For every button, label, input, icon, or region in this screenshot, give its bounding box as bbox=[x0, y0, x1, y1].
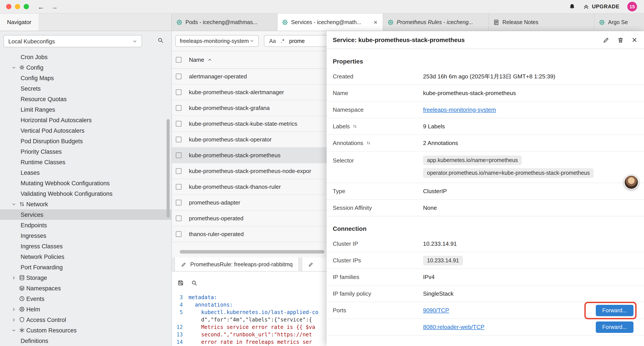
delete-icon[interactable] bbox=[618, 36, 624, 43]
drawer-title: Service: kube-prometheus-stack-prometheu… bbox=[333, 36, 465, 43]
detail-label: IP families bbox=[333, 274, 423, 280]
history-nav: ← → bbox=[38, 3, 58, 10]
sidebar-item-endpoints[interactable]: Endpoints bbox=[0, 220, 172, 230]
asterisk-icon bbox=[18, 327, 26, 333]
save-icon[interactable] bbox=[178, 280, 184, 286]
sidebar-item-cron-jobs[interactable]: Cron Jobs bbox=[0, 52, 172, 62]
sidebar-item-namespaces[interactable]: Namespaces bbox=[0, 283, 172, 294]
row-checkbox[interactable] bbox=[176, 184, 182, 190]
search-icon[interactable] bbox=[158, 37, 164, 43]
sidebar-item-definitions[interactable]: Definitions bbox=[0, 336, 172, 346]
sidebar-item-label: Runtime Classes bbox=[20, 159, 65, 165]
forward-button[interactable]: Forward... bbox=[596, 305, 634, 316]
name-column-header[interactable]: Name bbox=[189, 56, 212, 63]
sidebar-item-label: Helm bbox=[26, 306, 40, 313]
user-avatar[interactable] bbox=[624, 175, 639, 190]
sidebar-item-access-control[interactable]: Access Control bbox=[0, 315, 172, 325]
maximize-window-button[interactable] bbox=[24, 4, 29, 9]
namespace-link[interactable]: freeleaps-monitoring-system bbox=[423, 106, 496, 113]
sidebar-item-config[interactable]: Config bbox=[0, 62, 172, 73]
detail-value: None bbox=[423, 205, 634, 211]
sidebar-item-priority-classes[interactable]: Priority Classes bbox=[0, 146, 172, 157]
editor-tab-prometheusrule[interactable]: PrometheusRule: freeleaps-prod-rabbitmq bbox=[174, 258, 299, 271]
port-link[interactable]: 9090/TCP bbox=[423, 307, 449, 314]
tab-argo-se[interactable]: Argo Se bbox=[594, 13, 644, 31]
namespace-filter-select[interactable]: freeleaps-monitoring-system bbox=[175, 35, 259, 47]
forward-button[interactable]: Forward... bbox=[596, 321, 634, 333]
sidebar-item-ingresses[interactable]: Ingresses bbox=[0, 230, 172, 241]
sort-icon bbox=[366, 141, 371, 145]
forward-button-wrap: Forward... bbox=[596, 305, 634, 316]
close-tab-icon[interactable]: × bbox=[373, 18, 378, 26]
sidebar-item-port-forwarding[interactable]: Port Forwarding bbox=[0, 262, 172, 272]
close-window-button[interactable] bbox=[6, 4, 12, 9]
sidebar-item-label: Cron Jobs bbox=[20, 54, 48, 60]
sidebar-item-label: Resource Quotas bbox=[20, 96, 67, 102]
sidebar-item-horizontal-pod-autoscalers[interactable]: Horizontal Pod Autoscalers bbox=[0, 115, 172, 125]
sidebar-item-storage[interactable]: Storage bbox=[0, 272, 172, 283]
row-checkbox[interactable] bbox=[176, 105, 182, 111]
row-checkbox[interactable] bbox=[176, 216, 182, 221]
sidebar-item-pod-disruption-budgets[interactable]: Pod Disruption Budgets bbox=[0, 136, 172, 146]
sidebar-scrollbar-thumb[interactable] bbox=[166, 119, 170, 218]
match-case-toggle[interactable]: Aa bbox=[269, 38, 276, 44]
detail-value: 10.233.14.91 bbox=[423, 240, 634, 247]
line-number: 14 bbox=[172, 339, 188, 346]
tab-label: Pods - icecheng@mathmas... bbox=[186, 19, 257, 25]
badge-line: app.kubernetes.io/name=prometheus bbox=[423, 155, 634, 165]
sidebar-filter-row: Local Kubeconfigs bbox=[0, 31, 172, 52]
select-all-checkbox[interactable] bbox=[176, 57, 182, 63]
notifications-bell-icon[interactable] bbox=[569, 3, 575, 10]
sidebar-item-helm[interactable]: Helm bbox=[0, 304, 172, 315]
sidebar-item-label: Access Control bbox=[26, 317, 66, 323]
regex-toggle[interactable]: .* bbox=[281, 38, 284, 44]
detail-value: kube-prometheus-stack-prometheus bbox=[423, 90, 634, 96]
detail-row-ip-family-policy: IP family policySingleStack bbox=[326, 286, 644, 302]
navigator-tab[interactable]: Navigator bbox=[0, 13, 38, 31]
tab-pods-icecheng-mathmas[interactable]: Pods - icecheng@mathmas... bbox=[172, 13, 278, 31]
detail-value: 253d 16h 6m ago (2025年1月13日 GMT+8 1:25:3… bbox=[423, 72, 634, 80]
sidebar-item-network-policies[interactable]: Network Policies bbox=[0, 251, 172, 262]
sidebar-item-custom-resources[interactable]: Custom Resources bbox=[0, 325, 172, 336]
tab-services-icecheng-math[interactable]: Services - icecheng@math...× bbox=[278, 13, 383, 31]
row-checkbox[interactable] bbox=[176, 89, 182, 95]
sidebar-item-config-maps[interactable]: Config Maps bbox=[0, 73, 172, 83]
row-checkbox[interactable] bbox=[176, 200, 182, 205]
sidebar-item-secrets[interactable]: Secrets bbox=[0, 83, 172, 94]
code-text: annotations: bbox=[188, 301, 233, 309]
sidebar-item-services[interactable]: Services bbox=[0, 209, 172, 220]
sidebar-item-network[interactable]: Network bbox=[0, 199, 172, 209]
back-button[interactable]: ← bbox=[38, 3, 44, 10]
search-icon[interactable] bbox=[191, 280, 197, 286]
sidebar-item-events[interactable]: Events bbox=[0, 294, 172, 304]
tab-prometheus-rules-icecheng[interactable]: Prometheus Rules - icecheng... bbox=[383, 13, 489, 31]
detail-row-labels: Labels9 Labels bbox=[326, 118, 644, 135]
sidebar-item-ingress-classes[interactable]: Ingress Classes bbox=[0, 241, 172, 251]
section-heading-properties: Properties bbox=[326, 58, 644, 65]
sidebar-item-limit-ranges[interactable]: Limit Ranges bbox=[0, 104, 172, 115]
service-name: alertmanager-operated bbox=[189, 73, 247, 80]
close-icon[interactable]: × bbox=[632, 35, 637, 44]
kubeconfig-selector[interactable]: Local Kubeconfigs bbox=[4, 35, 142, 47]
sidebar-item-validating-webhook-configurations[interactable]: Validating Webhook Configurations bbox=[0, 188, 172, 199]
edit-icon[interactable] bbox=[603, 36, 610, 43]
notification-count-badge[interactable]: 15 bbox=[627, 2, 637, 11]
sidebar-item-resource-quotas[interactable]: Resource Quotas bbox=[0, 94, 172, 104]
row-checkbox[interactable] bbox=[176, 152, 182, 158]
detail-row-ports-1: 8080:reloader-web/TCPForward... bbox=[326, 319, 644, 336]
forward-button-nav[interactable]: → bbox=[51, 3, 58, 10]
row-checkbox[interactable] bbox=[176, 168, 182, 174]
row-checkbox[interactable] bbox=[176, 137, 182, 142]
minimize-window-button[interactable] bbox=[15, 4, 20, 9]
sidebar-item-vertical-pod-autoscalers[interactable]: Vertical Pod Autoscalers bbox=[0, 125, 172, 136]
tab-release-notes[interactable]: Release Notes bbox=[489, 13, 594, 31]
row-checkbox[interactable] bbox=[176, 121, 182, 127]
row-checkbox[interactable] bbox=[176, 231, 182, 237]
port-link[interactable]: 8080:reloader-web/TCP bbox=[423, 324, 484, 330]
sidebar-item-runtime-classes[interactable]: Runtime Classes bbox=[0, 157, 172, 167]
row-checkbox[interactable] bbox=[176, 74, 182, 79]
sidebar-item-mutating-webhook-configurations[interactable]: Mutating Webhook Configurations bbox=[0, 178, 172, 188]
upgrade-button[interactable]: UPGRADE bbox=[583, 3, 620, 10]
sidebar-item-leases[interactable]: Leases bbox=[0, 167, 172, 178]
horizontal-scrollbar-thumb[interactable] bbox=[180, 250, 324, 254]
